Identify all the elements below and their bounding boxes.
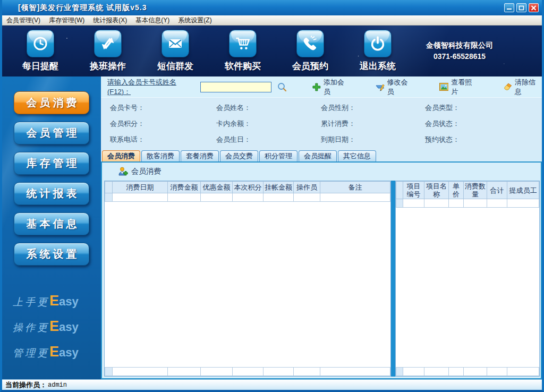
sidebar-item-inventory-manage[interactable]: 库存管理 xyxy=(14,152,89,175)
member-consume-button[interactable]: 会员消费 xyxy=(118,167,161,176)
toolbar-buttons: 每日提醒 换班操作 短信群发 软件购买 xyxy=(22,30,396,72)
cart-icon xyxy=(229,30,257,57)
tab-package-consume[interactable]: 套餐消费 xyxy=(181,150,219,161)
app-window: [领智]美发行业管理系统 试用版v5.3 会员管理(V) 库存管理(W) 统计报… xyxy=(0,0,544,392)
table-empty-row xyxy=(105,193,390,202)
field-gender: 会员性别： xyxy=(321,103,425,113)
col-remark: 备注 xyxy=(320,182,390,193)
field-member-status: 会员状态： xyxy=(425,119,542,129)
toolbar-button-exit-system[interactable]: 退出系统 xyxy=(360,30,396,72)
toolbar-button-software-purchase[interactable]: 软件购买 xyxy=(225,30,261,72)
sidebar-item-stats-report[interactable]: 统计报表 xyxy=(14,182,89,205)
col-item-name: 项目名称 xyxy=(424,182,449,199)
company-phone: 0371-65528615 xyxy=(426,51,493,62)
tab-walkin-consume[interactable]: 散客消费 xyxy=(141,150,180,161)
window-title: [领智]美发行业管理系统 试用版v5.3 xyxy=(18,3,147,13)
col-total: 合计 xyxy=(487,182,507,199)
table-body-empty xyxy=(105,202,390,367)
menu-item-member-manage[interactable]: 会员管理(V) xyxy=(6,16,40,25)
photo-icon xyxy=(439,83,449,91)
field-card-balance: 卡内余额： xyxy=(216,119,321,129)
body: 会员消费 会员管理 库存管理 统计报表 基本信息 系统设置 上手更Easy 操作… xyxy=(2,76,542,379)
slogans: 上手更Easy 操作更Easy 管理更Easy xyxy=(13,285,79,361)
swap-arrows-icon xyxy=(94,30,122,57)
table-header-row: 消费日期 消费金额 优惠金额 本次积分 挂帐金额 操作员 备注 xyxy=(105,182,390,193)
menu-item-basic-info[interactable]: 基本信息(Y) xyxy=(135,16,169,25)
col-points-earned: 本次积分 xyxy=(233,182,264,193)
table-splitter[interactable] xyxy=(391,181,395,377)
main-toolbar: 每日提醒 换班操作 短信群发 软件购买 xyxy=(2,25,542,76)
main-area: 请输入会员卡号或姓名(F12)： 添加会员 修改会员 查看照片 xyxy=(101,76,542,379)
maximize-icon xyxy=(518,5,524,11)
phone-icon xyxy=(296,30,324,57)
clear-info-button[interactable]: 清除信息 xyxy=(503,78,542,97)
field-member-name: 会员姓名： xyxy=(216,103,321,113)
company-name: 金领智科技有限公司 xyxy=(426,40,493,51)
col-consume-amount: 消费金额 xyxy=(168,182,201,193)
tab-points-manage[interactable]: 积分管理 xyxy=(259,150,298,161)
menu-item-stats-report[interactable]: 统计报表(X) xyxy=(93,16,127,25)
toolbar-button-member-appointment[interactable]: 会员预约 xyxy=(292,30,328,72)
pencil-icon xyxy=(376,83,385,91)
title-bar: [领智]美发行业管理系统 试用版v5.3 xyxy=(2,0,542,15)
toolbar-button-shift-swap[interactable]: 换班操作 xyxy=(90,30,126,72)
content-panel: 会员消费 消费日期 消费金额 优惠金额 本次积 xyxy=(101,161,542,379)
field-expire-date: 到期日期： xyxy=(321,135,425,144)
plus-icon xyxy=(312,83,321,91)
search-icon[interactable] xyxy=(277,82,287,92)
sidebar: 会员消费 会员管理 库存管理 统计报表 基本信息 系统设置 上手更Easy 操作… xyxy=(2,76,101,379)
tables-area: 消费日期 消费金额 优惠金额 本次积分 挂帐金额 操作员 备注 xyxy=(102,181,541,378)
power-icon xyxy=(364,30,392,57)
consume-history-table: 消费日期 消费金额 优惠金额 本次积分 挂帐金额 操作员 备注 xyxy=(104,181,391,377)
col-discount-amount: 优惠金额 xyxy=(201,182,233,193)
add-member-button[interactable]: 添加会员 xyxy=(312,78,351,97)
sidebar-item-basic-info[interactable]: 基本信息 xyxy=(14,212,89,235)
company-info: 金领智科技有限公司 0371-65528615 xyxy=(426,40,493,62)
brush-icon xyxy=(503,83,512,91)
field-card-no: 会员卡号： xyxy=(110,103,216,113)
field-member-type: 会员类型： xyxy=(425,103,542,113)
table-header-row: 项目编号 项目名称 单价 消费数量 合计 提成员工 xyxy=(396,182,539,199)
col-quantity: 消费数量 xyxy=(464,182,487,199)
field-birthday: 会员生日： xyxy=(216,135,321,144)
col-item-no: 项目编号 xyxy=(403,182,424,199)
menu-bar: 会员管理(V) 库存管理(W) 统计报表(X) 基本信息(Y) 系统设置(Z) xyxy=(2,15,542,25)
slogan-line: 操作更Easy xyxy=(13,319,79,336)
close-icon xyxy=(531,5,537,11)
toolbar-button-sms-broadcast[interactable]: 短信群发 xyxy=(157,30,193,72)
slogan-line: 上手更Easy xyxy=(13,293,79,310)
table-body-empty xyxy=(396,208,539,367)
menu-item-inventory-manage[interactable]: 库存管理(W) xyxy=(49,16,84,25)
envelope-icon xyxy=(162,30,189,57)
minimize-button[interactable] xyxy=(504,3,514,12)
edit-member-button[interactable]: 修改会员 xyxy=(376,78,414,97)
member-info-panel: 会员卡号： 会员姓名： 会员性别： 会员类型： 会员积分： 卡内余额： 累计消费… xyxy=(101,98,542,150)
add-person-icon xyxy=(118,167,128,176)
sidebar-item-system-settings[interactable]: 系统设置 xyxy=(14,243,89,266)
view-photo-button[interactable]: 查看照片 xyxy=(439,78,479,97)
col-operator: 操作员 xyxy=(294,182,320,193)
close-button[interactable] xyxy=(529,3,539,12)
member-search-input[interactable] xyxy=(200,82,271,92)
row-selector-header xyxy=(105,182,113,193)
table-footer-row xyxy=(396,368,539,376)
sidebar-item-member-consume[interactable]: 会员消费 xyxy=(14,91,89,114)
toolbar-button-daily-reminder[interactable]: 每日提醒 xyxy=(22,30,58,72)
col-consume-date: 消费日期 xyxy=(113,182,168,193)
tab-other-info[interactable]: 其它信息 xyxy=(338,150,376,161)
tab-member-consume[interactable]: 会员消费 xyxy=(102,150,140,161)
col-unit-price: 单价 xyxy=(449,182,464,199)
consume-items-table: 项目编号 项目名称 单价 消费数量 合计 提成员工 xyxy=(395,181,540,377)
tab-bar: 会员消费 散客消费 套餐消费 会员交费 积分管理 会员提醒 其它信息 xyxy=(101,150,542,161)
consume-toolbar: 会员消费 xyxy=(102,163,541,181)
operator-label: 当前操作员： xyxy=(5,380,47,390)
tab-member-payment[interactable]: 会员交费 xyxy=(220,150,258,161)
tab-member-reminder[interactable]: 会员提醒 xyxy=(299,150,337,161)
maximize-button[interactable] xyxy=(516,3,526,12)
col-credit-amount: 挂帐金额 xyxy=(264,182,294,193)
field-phone: 联系电话： xyxy=(110,135,216,144)
col-commission-staff: 提成员工 xyxy=(507,182,539,199)
menu-item-system-settings[interactable]: 系统设置(Z) xyxy=(178,16,211,25)
sidebar-item-member-manage[interactable]: 会员管理 xyxy=(14,122,89,144)
table-empty-row xyxy=(396,199,539,208)
